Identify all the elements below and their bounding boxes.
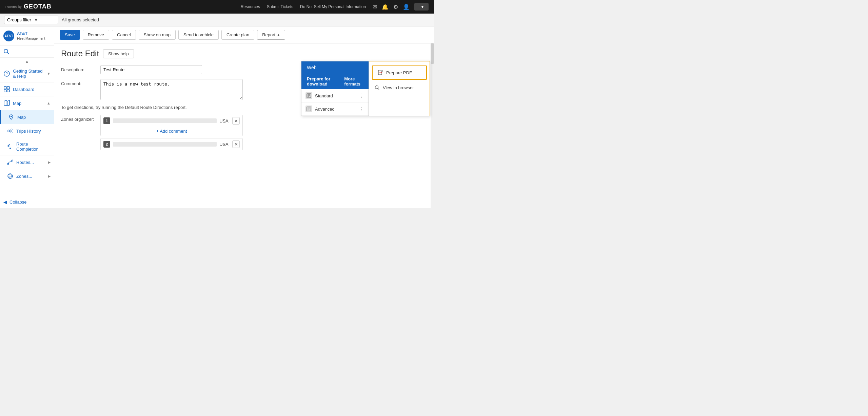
- routes-icon: [7, 159, 14, 166]
- prepare-pdf-item[interactable]: PDF Prepare PDF: [372, 65, 427, 80]
- content-scrollbar[interactable]: [431, 43, 434, 208]
- add-comment-1[interactable]: + Add comment: [101, 127, 242, 136]
- geotab-brand: GEOTAB: [24, 2, 64, 12]
- gear-icon[interactable]: ⚙: [393, 4, 398, 10]
- zone-item-2: 2 USA ✕: [100, 138, 243, 150]
- save-button[interactable]: Save: [60, 30, 80, 40]
- zone-close-2[interactable]: ✕: [232, 140, 240, 148]
- user-menu-arrow: ▼: [420, 4, 425, 9]
- svg-point-17: [11, 132, 12, 133]
- more-formats-label[interactable]: More formats: [344, 76, 363, 87]
- groups-filter-select[interactable]: Groups filter ▼: [4, 16, 58, 24]
- trips-icon: [7, 128, 14, 134]
- mail-icon[interactable]: ✉: [373, 4, 377, 10]
- bell-icon[interactable]: 🔔: [382, 4, 389, 10]
- sidebar-item-map[interactable]: Map ▲: [0, 96, 54, 110]
- svg-line-4: [7, 53, 9, 54]
- sidebar-item-zones[interactable]: Zones... ▶: [0, 169, 54, 183]
- zone-num-2: 2: [103, 141, 110, 148]
- send-to-vehicle-button[interactable]: Send to vehicle: [178, 30, 219, 40]
- toolbar: Save Remove Cancel Show on map Send to v…: [54, 26, 434, 43]
- view-browser-icon: [374, 84, 380, 91]
- sidebar-header: AT&T AT&T Fleet Management: [0, 26, 54, 46]
- standard-dots[interactable]: ⋮: [359, 93, 364, 99]
- create-plan-button[interactable]: Create plan: [221, 30, 254, 40]
- comment-textarea[interactable]: This is a new test route.: [100, 79, 243, 100]
- report-dropdown-main: Web Prepare for download More formats St…: [301, 61, 369, 116]
- sidebar: AT&T AT&T Fleet Management ▲ ? Getting S: [0, 26, 54, 208]
- resources-link[interactable]: Resources: [241, 4, 260, 9]
- dropdown-divider-row: Prepare for download More formats: [301, 74, 369, 89]
- zones-list: 1 USA ✕ + Add comment 2 USA: [100, 115, 243, 152]
- dropdown-item-advanced[interactable]: Advanced ⋮: [301, 102, 369, 116]
- svg-text:PDF: PDF: [379, 72, 382, 74]
- sidebar-item-map-sub[interactable]: Map: [0, 110, 54, 124]
- brand-name: AT&T: [17, 31, 45, 37]
- zone-item-row-2: 2 USA ✕: [101, 138, 242, 150]
- main-layout: AT&T AT&T Fleet Management ▲ ? Getting S: [0, 26, 434, 208]
- zone-country-1: USA: [219, 118, 230, 124]
- brand-sub: Fleet Management: [17, 36, 45, 41]
- sidebar-label-map-sub: Map: [17, 115, 26, 120]
- zones-organizer-row: Zones organizer: 1 USA ✕ + Add comment: [61, 115, 427, 152]
- sidebar-item-dashboard[interactable]: Dashboard: [0, 82, 54, 96]
- scroll-up-arrow[interactable]: ▲: [25, 59, 29, 64]
- dropdown-web-item[interactable]: Web: [301, 61, 369, 74]
- advanced-dots[interactable]: ⋮: [359, 106, 364, 112]
- collapse-arrow-icon: ◀: [3, 200, 7, 205]
- zone-item-row-1: 1 USA ✕: [101, 115, 242, 127]
- groups-filter-arrow: ▼: [34, 17, 38, 22]
- do-not-sell-link[interactable]: Do Not Sell My Personal Information: [300, 4, 366, 9]
- routes-arrow: ▶: [48, 160, 51, 165]
- svg-point-16: [11, 129, 12, 130]
- user-menu[interactable]: ▼: [414, 3, 429, 11]
- show-on-map-button[interactable]: Show on map: [139, 30, 176, 40]
- sidebar-brand: AT&T Fleet Management: [17, 31, 45, 41]
- zones-icon: [7, 173, 14, 179]
- zone-close-1[interactable]: ✕: [232, 117, 240, 125]
- zones-organizer-label: Zones organizer:: [61, 115, 95, 122]
- view-in-browser-item[interactable]: View in browser: [369, 81, 430, 94]
- standard-label: Standard: [315, 93, 333, 98]
- remove-button[interactable]: Remove: [83, 30, 109, 40]
- search-icon: [3, 49, 9, 55]
- help-circle-icon: ?: [3, 70, 10, 77]
- comment-label: Comment:: [61, 79, 95, 86]
- sidebar-item-route-completion[interactable]: Route Completion: [0, 138, 54, 155]
- groups-bar: Groups filter ▼ All groups selected: [0, 14, 434, 26]
- map-arrow: ▲: [47, 101, 51, 105]
- sidebar-item-getting-started[interactable]: ? Getting Started & Help ▼: [0, 65, 54, 82]
- submit-tickets-link[interactable]: Submit Tickets: [267, 4, 293, 9]
- report-label: Report: [262, 32, 275, 37]
- zone-num-1: 1: [103, 117, 110, 124]
- cancel-button[interactable]: Cancel: [112, 30, 136, 40]
- svg-rect-8: [7, 87, 9, 89]
- advanced-label: Advanced: [315, 107, 335, 112]
- user-icon[interactable]: 👤: [403, 4, 410, 10]
- show-help-button[interactable]: Show help: [103, 49, 134, 58]
- sidebar-search-btn[interactable]: [0, 46, 54, 58]
- top-bar: Powered by GEOTAB Resources Submit Ticke…: [0, 0, 434, 14]
- page-title-row: Route Edit Show help: [61, 49, 427, 58]
- content-scroll-thumb[interactable]: [431, 43, 434, 64]
- svg-point-3: [4, 49, 8, 53]
- description-label: Description:: [61, 65, 95, 72]
- view-in-browser-label: View in browser: [383, 85, 414, 90]
- pdf-icon: PDF: [377, 70, 383, 76]
- dropdown-item-standard[interactable]: Standard ⋮: [301, 89, 369, 102]
- report-button[interactable]: Report ▲: [257, 30, 285, 40]
- groups-selected-text: All groups selected: [62, 17, 99, 22]
- brand-logo-icon: AT&T: [3, 31, 14, 41]
- prepare-for-download-label[interactable]: Prepare for download: [307, 76, 337, 87]
- sidebar-label-zones: Zones...: [16, 174, 32, 179]
- sidebar-item-trips-history[interactable]: Trips History: [0, 124, 54, 138]
- sidebar-label-routes: Routes...: [16, 160, 34, 165]
- description-input[interactable]: [100, 65, 202, 74]
- sidebar-item-routes[interactable]: Routes... ▶: [0, 155, 54, 169]
- sidebar-collapse[interactable]: ◀ Collapse: [0, 196, 54, 208]
- svg-rect-7: [4, 87, 6, 89]
- advanced-report-icon: [305, 106, 312, 112]
- map-icon: [3, 100, 10, 107]
- logo-area: Powered by GEOTAB: [5, 2, 64, 12]
- scroll-up[interactable]: ▲: [0, 58, 54, 65]
